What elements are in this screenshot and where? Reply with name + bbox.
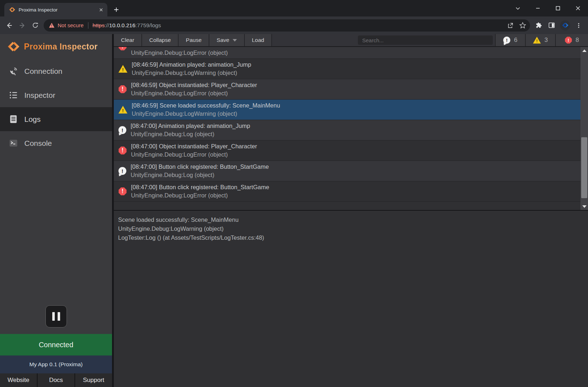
log-entry-text: UnityEngine.Debug:LogError (object)	[131, 49, 228, 57]
log-entry[interactable]: [08:46:59] Scene loaded successfully: Sc…	[114, 100, 580, 120]
log-scrollbar[interactable]	[580, 47, 588, 210]
clear-button[interactable]: Clear	[114, 34, 142, 46]
share-icon[interactable]	[504, 19, 516, 32]
document-icon	[9, 114, 18, 124]
browser-navbar: Not secure https://10.0.0.216:7759/logs	[0, 16, 588, 34]
pause-button[interactable]: Pause	[179, 34, 209, 46]
log-source: UnityEngine.Debug:LogError (object)	[131, 191, 269, 200]
scroll-up-icon[interactable]	[580, 48, 588, 53]
sidebar: Proxima Inspector Connection	[0, 34, 112, 387]
list-icon	[9, 90, 18, 100]
log-source: UnityEngine.Debug:Log (object)	[131, 171, 269, 179]
window-minimize-icon[interactable]	[528, 0, 548, 16]
log-rows: UnityEngine.Debug:LogError (object) [08:…	[114, 47, 580, 202]
error-icon	[565, 37, 572, 44]
info-filter-badge[interactable]: 6	[495, 34, 525, 46]
new-tab-button[interactable]	[111, 4, 122, 15]
log-entry[interactable]: UnityEngine.Debug:LogError (object)	[114, 47, 580, 59]
url-text[interactable]: https://10.0.0.216:7759/logs	[93, 22, 161, 29]
not-secure-warning-icon[interactable]	[49, 23, 55, 28]
warning-filter-badge[interactable]: 3	[525, 34, 555, 46]
error-count: 8	[575, 37, 579, 44]
window-close-icon[interactable]	[568, 0, 588, 16]
sidebar-footer: Website Docs Support	[0, 373, 112, 387]
log-entry[interactable]: [08:47:00] Button click registered: Butt…	[114, 161, 580, 181]
window-controls	[508, 0, 588, 16]
log-entry[interactable]: [08:46:59] Animation played: animation_J…	[114, 59, 580, 79]
logs-toolbar: Clear Collapse Pause Save Load 6 3 8	[114, 34, 588, 47]
sidebar-item-label: Logs	[24, 115, 41, 124]
collapse-button[interactable]: Collapse	[142, 34, 179, 46]
log-entry[interactable]: [08:47:00] Animation played: animation_J…	[114, 120, 580, 140]
footer-link-website[interactable]: Website	[0, 373, 37, 387]
sidebar-item-connection[interactable]: Connection	[0, 59, 112, 83]
security-label[interactable]: Not secure	[58, 22, 84, 28]
tab-title: Proxima Inspector	[19, 7, 95, 13]
error-icon	[118, 187, 127, 196]
log-source: UnityEngine.Debug:Log (object)	[131, 130, 250, 138]
address-bar[interactable]: Not secure https://10.0.0.216:7759/logs	[44, 19, 530, 32]
log-entry-text: [08:47:00] Button click registered: Butt…	[131, 163, 269, 179]
log-entry[interactable]: [08:47:00] Button click registered: Butt…	[114, 181, 580, 202]
tab-close-icon[interactable]	[98, 7, 104, 13]
scrollbar-thumb[interactable]	[581, 137, 587, 198]
profile-avatar[interactable]	[560, 20, 570, 30]
info-icon	[118, 126, 126, 134]
reload-icon[interactable]	[29, 19, 42, 32]
error-filter-badge[interactable]: 8	[555, 34, 588, 46]
sidebar-item-logs[interactable]: Logs	[0, 107, 112, 131]
app-title: Proxima Inspector	[24, 42, 98, 52]
log-entry[interactable]: [08:46:59] Object instantiated: Player_C…	[114, 79, 580, 100]
window-maximize-icon[interactable]	[548, 0, 568, 16]
bookmark-star-icon[interactable]	[516, 19, 529, 32]
warning-count: 3	[544, 37, 548, 44]
forward-icon[interactable]	[16, 19, 29, 32]
error-icon	[118, 47, 127, 51]
save-dropdown-caret-icon[interactable]	[233, 39, 237, 42]
extensions-puzzle-icon[interactable]	[532, 19, 545, 32]
back-icon[interactable]	[3, 19, 16, 32]
log-source: UnityEngine.Debug:LogError (object)	[131, 89, 257, 97]
log-entry-text: [08:47:00] Object instantiated: Player_C…	[131, 142, 257, 159]
log-message: [08:46:59] Animation played: animation_J…	[132, 61, 251, 69]
url-separator: ://	[105, 22, 109, 28]
sidebar-item-console[interactable]: Console	[0, 131, 112, 155]
app-logo: Proxima Inspector	[0, 34, 112, 59]
sidebar-item-label: Inspector	[24, 91, 55, 100]
log-message: [08:47:00] Button click registered: Butt…	[131, 163, 269, 171]
warning-icon	[118, 65, 127, 73]
terminal-icon	[9, 138, 18, 148]
log-entry-text: [08:46:59] Object instantiated: Player_C…	[131, 81, 257, 97]
satellite-icon	[9, 66, 18, 76]
proxima-logo-icon	[8, 41, 19, 52]
footer-link-docs[interactable]: Docs	[37, 373, 74, 387]
omnibox-divider	[88, 22, 88, 29]
proxima-favicon-icon	[9, 7, 15, 13]
log-list: UnityEngine.Debug:LogError (object) [08:…	[114, 47, 588, 211]
log-source: UnityEngine.Debug:LogWarning (object)	[132, 69, 251, 77]
pause-stream-button[interactable]	[45, 305, 67, 328]
scroll-down-icon[interactable]	[580, 204, 588, 209]
side-panel-icon[interactable]	[545, 19, 558, 32]
url-rest: :7759/logs	[135, 22, 161, 28]
browser-menu-dots-icon[interactable]	[572, 19, 585, 32]
browser-window: Proxima Inspector	[0, 0, 588, 387]
connection-status-badge: Connected	[0, 334, 112, 355]
log-message: [08:46:59] Scene loaded successfully: Sc…	[132, 101, 280, 110]
log-message: [08:47:00] Object instantiated: Player_C…	[131, 142, 257, 150]
search-input[interactable]	[358, 35, 493, 45]
load-button[interactable]: Load	[245, 34, 272, 46]
app-label: My App 0.1 (Proxima)	[0, 355, 112, 373]
logs-panel: Clear Collapse Pause Save Load 6 3 8	[112, 34, 588, 387]
log-message: [08:47:00] Animation played: animation_J…	[131, 122, 250, 130]
detail-stacktrace: LogTester:Log () (at Assets/TestScripts/…	[118, 233, 584, 242]
footer-link-support[interactable]: Support	[74, 373, 112, 387]
sidebar-item-inspector[interactable]: Inspector	[0, 83, 112, 107]
log-entry[interactable]: [08:47:00] Object instantiated: Player_C…	[114, 140, 580, 161]
sidebar-item-label: Console	[24, 139, 52, 148]
window-menu-chevron-icon[interactable]	[508, 0, 528, 16]
browser-tab[interactable]: Proxima Inspector	[4, 3, 107, 16]
save-button[interactable]: Save	[209, 34, 244, 46]
detail-message: Scene loaded successfully: Scene_MainMen…	[118, 215, 584, 224]
tab-strip: Proxima Inspector	[0, 0, 588, 16]
